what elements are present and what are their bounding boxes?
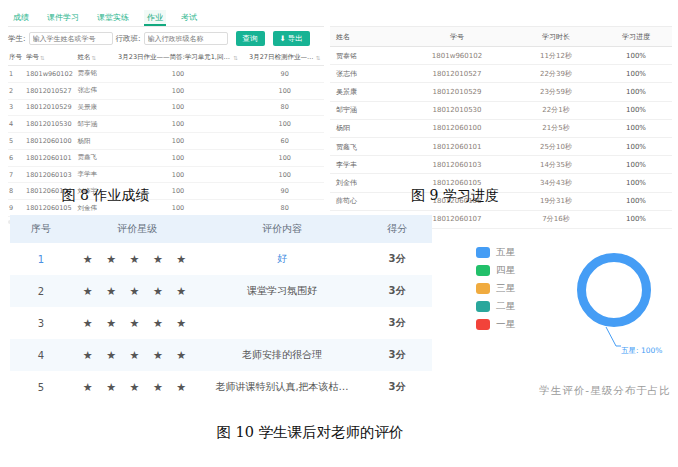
- table-row: 4 ★ ★ ★ ★ ★ 老师安排的很合理 3分: [10, 339, 432, 371]
- legend-swatch: [476, 319, 490, 330]
- legend-item-three-star[interactable]: 三星: [476, 282, 515, 295]
- tab-exam[interactable]: 考试: [178, 10, 200, 26]
- col-content: 评价内容: [202, 215, 362, 243]
- tab-homework[interactable]: 作业: [144, 10, 166, 26]
- col-no: 序号: [8, 50, 25, 66]
- tab-classroom[interactable]: 课堂实练: [94, 10, 132, 26]
- col-duration: 学习时长: [512, 27, 600, 47]
- table-row: 418012010530邹宇涵100100: [8, 116, 324, 133]
- evaluation-header-row: 序号 评价星级 评价内容 得分: [10, 215, 432, 243]
- col-progress: 学习进度: [600, 27, 672, 47]
- col-stars: 评价星级: [72, 215, 202, 243]
- donut-chart: [577, 253, 651, 327]
- figure10-caption: 图 10 学生课后对老师的评价: [155, 423, 465, 442]
- score-value: 3分: [362, 339, 432, 371]
- table-row: 邹宇涵1801201053022分1秒100%: [330, 101, 672, 119]
- row-index: 3: [10, 307, 72, 339]
- figure9-caption: 图 9 学习进度: [360, 187, 550, 205]
- sort-icon[interactable]: ⇅: [40, 55, 45, 61]
- legend-swatch: [476, 247, 490, 258]
- col-assignment-1: 3月23日作业——简答:学习单元1,回答几何图形的检测题…⇅: [111, 50, 246, 66]
- row-index: 5: [10, 371, 72, 403]
- legend-swatch: [476, 283, 490, 294]
- col-name: 姓名⇅: [76, 50, 110, 66]
- legend-item-five-star[interactable]: 五星: [476, 246, 515, 259]
- query-button[interactable]: 查询: [236, 31, 265, 46]
- evaluation-table: 序号 评价星级 评价内容 得分 1 ★ ★ ★ ★ ★ 好 3分 2 ★ ★ ★…: [10, 215, 432, 403]
- star-rating: ★ ★ ★ ★ ★: [72, 371, 202, 403]
- page: 成绩 课件学习 课堂实练 作业 考试 学生: 行政班: 查询 ⬇导出 序号 学号…: [0, 0, 678, 467]
- score-value: 3分: [362, 275, 432, 307]
- table-row: 3 ★ ★ ★ ★ ★ 3分: [10, 307, 432, 339]
- tab-grades[interactable]: 成绩: [10, 10, 32, 26]
- legend-item-two-star[interactable]: 二星: [476, 300, 515, 313]
- col-score: 得分: [362, 215, 432, 243]
- sort-icon[interactable]: ⇅: [91, 55, 96, 61]
- star-rating: ★ ★ ★ ★ ★: [72, 243, 202, 275]
- score-value: 3分: [362, 307, 432, 339]
- table-row: 杨阳1801206010021分5秒100%: [330, 119, 672, 137]
- legend-swatch: [476, 301, 490, 312]
- table-row: 张志伟1801201052722分39秒100%: [330, 65, 672, 83]
- homework-header-row: 序号 学号⇅ 姓名⇅ 3月23日作业——简答:学习单元1,回答几何图形的检测题……: [8, 50, 324, 66]
- chart-legend: 五星 四星 三星 二星 一星: [476, 246, 515, 336]
- star-rating: ★ ★ ★ ★ ★: [72, 307, 202, 339]
- evaluation-content: 老师安排的很合理: [202, 339, 362, 371]
- callout-label: 五星: 100%: [621, 346, 662, 356]
- evaluation-content: [202, 307, 362, 339]
- evaluation-content: 课堂学习氛围好: [202, 275, 362, 307]
- table-row: 李学丰1801206010314分35秒100%: [330, 156, 672, 174]
- col-assignment-2: 3月27日检测作业——摸底检测作业⇅: [245, 50, 324, 66]
- row-index: 2: [10, 275, 72, 307]
- filter-row: 学生: 行政班: 查询 ⬇导出: [8, 31, 324, 46]
- figure8-caption: 图 8 作业成绩: [8, 187, 203, 205]
- chart-caption: 学生评价-星级分布于占比: [495, 384, 678, 398]
- class-search-input[interactable]: [144, 32, 228, 45]
- table-row: 贾泰铭1801w96010211分12秒100%: [330, 47, 672, 65]
- legend-item-one-star[interactable]: 一星: [476, 318, 515, 331]
- evaluation-content: 老师讲课特别认真,把本该枯…: [202, 371, 362, 403]
- sort-icon[interactable]: ⇅: [316, 55, 321, 61]
- score-value: 3分: [362, 243, 432, 275]
- table-row: 5 ★ ★ ★ ★ ★ 老师讲课特别认真,把本该枯… 3分: [10, 371, 432, 403]
- table-row: 1 ★ ★ ★ ★ ★ 好 3分: [10, 243, 432, 275]
- row-index: 4: [10, 339, 72, 371]
- tab-bar: 成绩 课件学习 课堂实练 作业 考试: [8, 8, 324, 27]
- col-student-id: 学号⇅: [25, 50, 76, 66]
- student-search-input[interactable]: [29, 32, 113, 45]
- tab-courseware[interactable]: 课件学习: [44, 10, 82, 26]
- table-row: 318012010529吴景康10080: [8, 99, 324, 116]
- progress-header-row: 姓名 学号 学习时长 学习进度: [330, 27, 672, 47]
- col-name: 姓名: [330, 27, 402, 47]
- table-row: 2 ★ ★ ★ ★ ★ 课堂学习氛围好 3分: [10, 275, 432, 307]
- sort-icon[interactable]: ⇅: [233, 55, 238, 61]
- evaluation-content-link[interactable]: 好: [202, 243, 362, 275]
- score-value: 3分: [362, 371, 432, 403]
- student-label: 学生:: [8, 34, 26, 44]
- table-row: 718012060103李学丰100100: [8, 166, 324, 183]
- evaluation-panel: 序号 评价星级 评价内容 得分 1 ★ ★ ★ ★ ★ 好 3分 2 ★ ★ ★…: [10, 215, 432, 403]
- table-row: 贾鑫飞1801206010125分10秒100%: [330, 137, 672, 155]
- legend-swatch: [476, 265, 490, 276]
- table-row: 218012010527张志伟100100: [8, 82, 324, 99]
- download-icon: ⬇: [280, 34, 286, 43]
- export-button[interactable]: ⬇导出: [273, 31, 310, 46]
- table-row: 吴景康1801201052923分59秒100%: [330, 83, 672, 101]
- legend-item-four-star[interactable]: 四星: [476, 264, 515, 277]
- class-label: 行政班:: [116, 34, 141, 44]
- row-index-link[interactable]: 1: [10, 243, 72, 275]
- table-row: 518012060100杨阳10060: [8, 133, 324, 150]
- table-row: 11801w960102贾泰铭10090: [8, 66, 324, 83]
- table-row: 618012060101贾鑫飞100100: [8, 149, 324, 166]
- col-no: 序号: [10, 215, 72, 243]
- star-rating: ★ ★ ★ ★ ★: [72, 339, 202, 371]
- star-rating: ★ ★ ★ ★ ★: [72, 275, 202, 307]
- col-student-id: 学号: [402, 27, 512, 47]
